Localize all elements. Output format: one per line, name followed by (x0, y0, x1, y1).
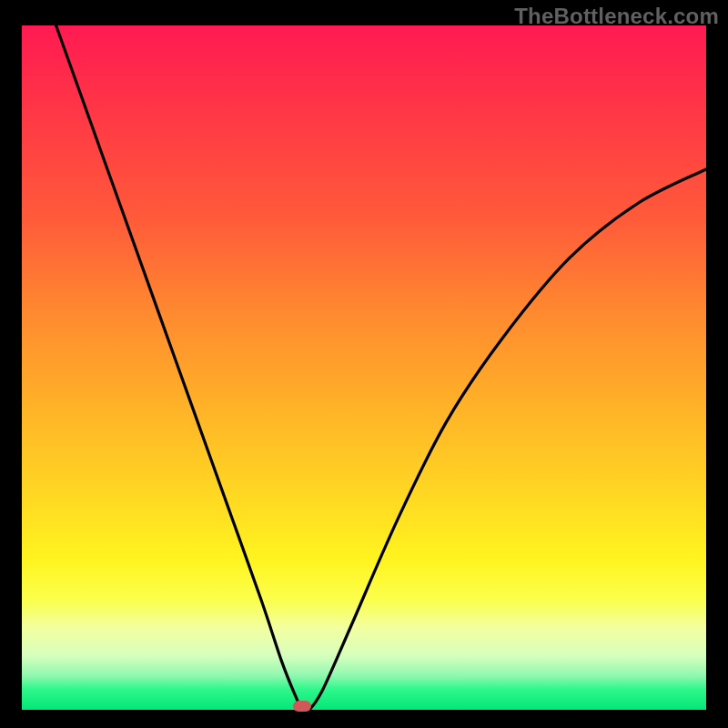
bottleneck-curve (22, 25, 706, 710)
minimum-marker (293, 701, 311, 712)
chart-frame: TheBottleneck.com (0, 0, 728, 728)
plot-area (22, 25, 706, 710)
